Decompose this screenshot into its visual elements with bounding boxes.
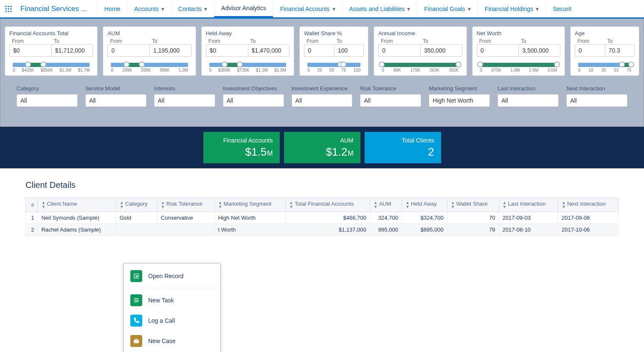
col-category[interactable]: ▲▼Category bbox=[116, 198, 157, 212]
range-to-input[interactable] bbox=[149, 44, 191, 57]
sort-icon[interactable]: ▲▼ bbox=[405, 201, 410, 209]
filter-select[interactable]: High Net Worth bbox=[429, 94, 490, 107]
filter-select[interactable]: All bbox=[154, 94, 215, 107]
chevron-down-icon[interactable]: ▾ bbox=[536, 6, 539, 12]
range-slider[interactable]: 0299K598K896K1.2M bbox=[107, 60, 191, 73]
col-total-financial-accounts[interactable]: ▲▼Total Financial Accounts bbox=[286, 198, 370, 212]
col-aum[interactable]: ▲▼AUM bbox=[370, 198, 402, 212]
filter-risk-tolerance: Risk ToleranceAll bbox=[360, 85, 421, 107]
col-next-interaction[interactable]: ▲▼Next Interaction bbox=[558, 198, 618, 212]
range-from-input[interactable] bbox=[378, 44, 420, 57]
nav-tab-financial-accounts[interactable]: Financial Accounts▾ bbox=[273, 0, 342, 17]
range-from-input[interactable] bbox=[206, 44, 248, 57]
range-from-input[interactable] bbox=[304, 44, 334, 57]
slider-handle-from[interactable] bbox=[124, 61, 129, 67]
filter-select[interactable]: All bbox=[566, 94, 627, 107]
slider-handle-to[interactable] bbox=[628, 61, 634, 67]
range-to-input[interactable] bbox=[605, 44, 635, 57]
cell: 2 bbox=[26, 224, 38, 236]
svg-point-4 bbox=[8, 8, 9, 9]
table-row[interactable]: 1Neil Symonds (Sample)GoldConservativeHi… bbox=[26, 212, 619, 224]
range-from-input[interactable] bbox=[107, 44, 149, 57]
col--[interactable]: # bbox=[26, 198, 38, 212]
nav-tab-financial-holdings[interactable]: Financial Holdings▾ bbox=[478, 0, 546, 17]
table-row[interactable]: 2Rachel Adams (Sample)t Worth$1,137,0008… bbox=[26, 224, 619, 236]
range-from-input[interactable] bbox=[575, 44, 605, 57]
range-to-label: To bbox=[51, 38, 93, 44]
range-from-input[interactable] bbox=[477, 44, 519, 57]
cell: 2017-09-03 bbox=[499, 212, 558, 224]
col-wallet-share[interactable]: ▲▼Wallet Share bbox=[447, 198, 499, 212]
filter-select[interactable]: All bbox=[223, 94, 284, 107]
range-filter-aum: AUMFromTo0299K598K896K1.2M bbox=[103, 26, 196, 76]
range-from-label: From bbox=[304, 38, 334, 44]
range-slider[interactable]: 0$368K$735K$1.1M$1.5M bbox=[206, 60, 290, 73]
chevron-down-icon[interactable]: ▾ bbox=[161, 6, 164, 12]
slider-ticks: 0299K598K896K1.2M bbox=[111, 68, 188, 73]
filter-select[interactable]: All bbox=[360, 94, 421, 107]
slider-handle-to[interactable] bbox=[456, 61, 461, 67]
client-details-title: Client Details bbox=[25, 180, 619, 190]
cell: 2017-08-10 bbox=[499, 224, 558, 236]
sort-icon[interactable]: ▲▼ bbox=[374, 201, 378, 209]
range-slider[interactable]: 018355370 bbox=[575, 60, 635, 73]
range-to-input[interactable] bbox=[420, 44, 462, 57]
range-slider[interactable]: 0255075100 bbox=[304, 60, 364, 73]
range-slider[interactable]: 0$428K$856K$1.3M$1.7M bbox=[9, 60, 93, 73]
filter-select[interactable]: All bbox=[85, 94, 146, 107]
sort-icon[interactable]: ▲▼ bbox=[120, 201, 124, 209]
chevron-down-icon[interactable]: ▾ bbox=[407, 6, 410, 12]
col-held-away[interactable]: ▲▼Held Away bbox=[402, 198, 447, 212]
nav-tab-accounts[interactable]: Accounts▾ bbox=[127, 0, 171, 17]
nav-tab-advisor-analytics[interactable]: Advisor Analytics bbox=[214, 0, 273, 17]
nav-tab-securit[interactable]: Securit bbox=[546, 0, 578, 17]
range-slider[interactable]: 0875K1.8M2.6M3.5M bbox=[477, 60, 560, 73]
cell: 79 bbox=[447, 224, 499, 236]
chevron-down-icon[interactable]: ▾ bbox=[332, 6, 335, 12]
range-to-input[interactable] bbox=[248, 44, 290, 57]
col-risk-tolerance[interactable]: ▲▼Risk Tolerance bbox=[157, 198, 214, 212]
chevron-down-icon[interactable]: ▾ bbox=[468, 6, 471, 12]
col-last-interaction[interactable]: ▲▼Last Interaction bbox=[499, 198, 558, 212]
kpi-aum[interactable]: AUM$1.2M bbox=[284, 132, 360, 163]
nav-tab-home[interactable]: Home bbox=[97, 0, 127, 17]
range-slider[interactable]: 088K175K263K350K bbox=[378, 60, 462, 73]
filter-label: Investment Objectives bbox=[223, 85, 284, 92]
nav-tab-label: Accounts bbox=[134, 6, 159, 12]
range-filter-wallet-share-: Wallet Share %FromTo0255075100 bbox=[299, 26, 368, 76]
kpi-value: $1.2M bbox=[326, 145, 354, 159]
kpi-total-clients[interactable]: Total Clients2 bbox=[365, 132, 441, 163]
range-to-label: To bbox=[605, 38, 635, 44]
sort-icon[interactable]: ▲▼ bbox=[503, 201, 507, 209]
col-client-name[interactable]: ▲▼Client Name bbox=[38, 198, 116, 212]
sort-icon[interactable]: ▲▼ bbox=[41, 201, 45, 209]
slider-handle-from[interactable] bbox=[222, 61, 228, 67]
app-launcher-icon[interactable] bbox=[0, 0, 17, 17]
cell: $1,137,000 bbox=[286, 224, 370, 236]
cell: $895,000 bbox=[402, 224, 447, 236]
slider-handle-to[interactable] bbox=[554, 61, 560, 67]
sort-icon[interactable]: ▲▼ bbox=[451, 201, 455, 209]
nav-tab-financial-goals[interactable]: Financial Goals▾ bbox=[417, 0, 478, 17]
range-to-input[interactable] bbox=[334, 44, 364, 57]
sort-icon[interactable]: ▲▼ bbox=[161, 201, 165, 209]
range-to-input[interactable] bbox=[518, 44, 560, 57]
sort-icon[interactable]: ▲▼ bbox=[289, 201, 293, 209]
kpi-financial-accounts[interactable]: Financial Accounts$1.5M bbox=[203, 132, 280, 163]
slider-handle-from[interactable] bbox=[619, 61, 625, 67]
filter-select[interactable]: All bbox=[498, 94, 559, 107]
chevron-down-icon[interactable]: ▾ bbox=[204, 6, 207, 12]
filter-select[interactable]: All bbox=[17, 94, 78, 107]
sort-icon[interactable]: ▲▼ bbox=[562, 201, 566, 209]
nav-tab-label: Home bbox=[104, 6, 120, 12]
slider-handle-from[interactable] bbox=[477, 61, 483, 67]
range-to-input[interactable] bbox=[51, 44, 93, 57]
slider-handle-to[interactable] bbox=[139, 61, 145, 67]
range-from-label: From bbox=[477, 38, 519, 44]
col-marketing-segment[interactable]: ▲▼Marketing Segment bbox=[214, 198, 285, 212]
nav-tab-assets-and-liabilities[interactable]: Assets and Liabilities▾ bbox=[342, 0, 417, 17]
sort-icon[interactable]: ▲▼ bbox=[218, 201, 222, 209]
range-from-input[interactable] bbox=[9, 44, 51, 57]
nav-tab-contacts[interactable]: Contacts▾ bbox=[171, 0, 214, 17]
filter-select[interactable]: All bbox=[292, 94, 353, 107]
